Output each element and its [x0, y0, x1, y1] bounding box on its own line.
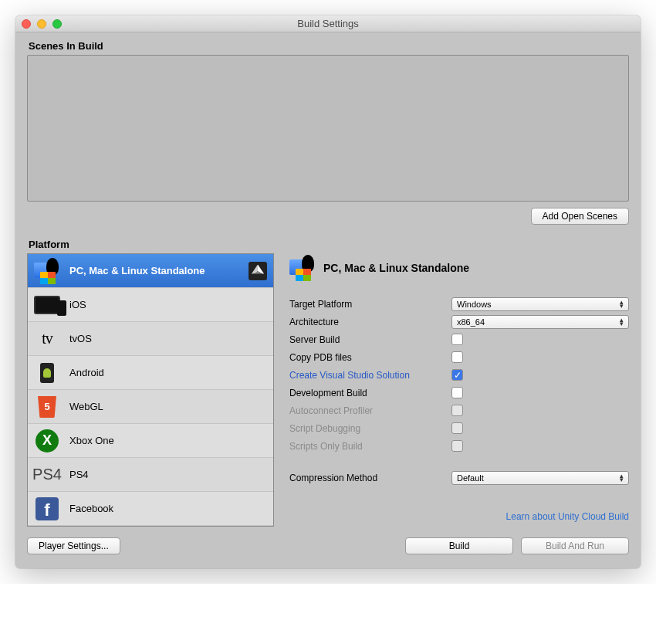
content: Scenes In Build Add Open Scenes Platform…: [15, 32, 641, 568]
select-value: x86_64: [457, 317, 485, 327]
platform-item-standalone[interactable]: PC, Mac & Linux Standalone: [28, 254, 273, 288]
scripts-only-label: Scripts Only Build: [289, 441, 451, 452]
platform-list: PC, Mac & Linux Standalone iOS tv tvOS A…: [27, 253, 274, 527]
architecture-select[interactable]: x86_64 ▴▾: [451, 315, 629, 329]
server-build-checkbox[interactable]: [451, 334, 463, 345]
window-title: Build Settings: [297, 18, 359, 29]
scenes-list[interactable]: [27, 55, 629, 202]
autoconnect-checkbox: [451, 405, 463, 416]
dev-build-checkbox[interactable]: [451, 387, 463, 398]
server-build-label: Server Build: [289, 334, 451, 345]
chevron-updown-icon: ▴▾: [620, 318, 624, 325]
minimize-icon[interactable]: [37, 19, 46, 29]
platform-item-label: tvOS: [69, 333, 92, 344]
compression-select[interactable]: Default ▴▾: [451, 471, 629, 485]
player-settings-button[interactable]: Player Settings...: [27, 537, 120, 554]
scenes-label: Scenes In Build: [29, 40, 629, 52]
unity-current-icon: [249, 262, 267, 280]
titlebar: Build Settings: [15, 15, 641, 32]
compression-label: Compression Method: [289, 473, 451, 483]
html5-icon: 5: [34, 394, 60, 420]
build-settings-window: Build Settings Scenes In Build Add Open …: [15, 15, 641, 568]
copy-pdb-label: Copy PDB files: [289, 352, 451, 363]
panel-title: PC, Mac & Linux Standalone: [323, 262, 469, 274]
xbox-icon: X: [34, 428, 60, 454]
copy-pdb-checkbox[interactable]: [451, 351, 463, 363]
platform-item-label: WebGL: [69, 401, 103, 412]
chevron-updown-icon: ▴▾: [620, 474, 624, 481]
scripts-only-checkbox: [451, 440, 463, 452]
target-platform-select[interactable]: Windows ▴▾: [451, 297, 629, 311]
standalone-icon: [289, 255, 316, 281]
platform-label: Platform: [29, 239, 629, 250]
script-debug-checkbox: [451, 422, 463, 434]
create-vs-checkbox[interactable]: ✓: [451, 369, 463, 381]
android-icon: [34, 360, 60, 386]
architecture-label: Architecture: [289, 317, 451, 327]
platform-item-label: Facebook: [69, 503, 113, 514]
panel-header: PC, Mac & Linux Standalone: [289, 255, 629, 281]
script-debug-label: Script Debugging: [289, 423, 451, 434]
platform-item-android[interactable]: Android: [28, 356, 273, 390]
build-button[interactable]: Build: [405, 537, 513, 554]
window-controls: [22, 19, 62, 29]
platform-item-facebook[interactable]: f Facebook: [28, 492, 273, 526]
close-icon[interactable]: [22, 19, 31, 29]
facebook-icon: f: [34, 496, 60, 522]
cloud-build-link[interactable]: Learn about Unity Cloud Build: [289, 511, 629, 522]
dev-build-label: Development Build: [289, 388, 451, 398]
standalone-icon: [34, 258, 60, 284]
platform-item-label: PS4: [69, 469, 89, 480]
platform-item-label: iOS: [69, 299, 86, 310]
ps4-icon: PS4: [34, 462, 60, 488]
maximize-icon[interactable]: [52, 19, 62, 29]
platform-item-ps4[interactable]: PS4 PS4: [28, 458, 273, 492]
create-vs-label: Create Visual Studio Solution: [289, 370, 451, 381]
ios-icon: [34, 292, 60, 318]
select-value: Default: [457, 473, 484, 483]
select-value: Windows: [457, 300, 492, 309]
platform-item-ios[interactable]: iOS: [28, 288, 273, 322]
add-open-scenes-button[interactable]: Add Open Scenes: [531, 208, 629, 225]
target-platform-label: Target Platform: [289, 299, 451, 310]
platform-item-webgl[interactable]: 5 WebGL: [28, 390, 273, 424]
platform-item-label: Android: [69, 367, 104, 378]
platform-item-label: PC, Mac & Linux Standalone: [69, 265, 205, 276]
tvos-icon: tv: [34, 326, 60, 352]
autoconnect-label: Autoconnect Profiler: [289, 405, 451, 416]
platform-options-panel: PC, Mac & Linux Standalone Target Platfo…: [289, 253, 629, 527]
platform-item-label: Xbox One: [69, 435, 114, 446]
platform-item-xboxone[interactable]: X Xbox One: [28, 424, 273, 458]
chevron-updown-icon: ▴▾: [620, 300, 624, 307]
footer: Player Settings... Build Build And Run: [27, 537, 629, 554]
build-and-run-button[interactable]: Build And Run: [521, 537, 629, 554]
platform-item-tvos[interactable]: tv tvOS: [28, 322, 273, 356]
